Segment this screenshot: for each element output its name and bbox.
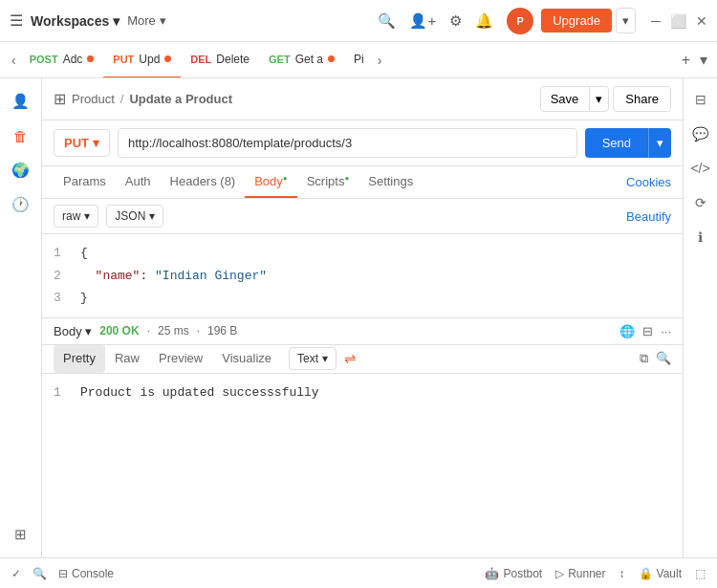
sidebar-env-icon[interactable]: 🌍 xyxy=(6,155,36,185)
status-badge: 200 OK xyxy=(99,324,139,338)
tab-pi-label: Pi xyxy=(354,53,364,66)
add-user-icon[interactable]: 👤+ xyxy=(409,12,436,30)
right-code-icon[interactable]: </> xyxy=(687,155,714,182)
save-dropdown-button[interactable]: ▾ xyxy=(589,87,608,111)
top-bar: ☰ Workspaces ▾ More ▾ 🔍 👤+ ⚙ 🔔 P Upgrade… xyxy=(0,0,717,42)
method-post-label: POST xyxy=(30,54,58,65)
tab-body-label: Body xyxy=(254,174,283,188)
response-header: Body ▾ 200 OK · 25 ms · 196 B 🌐 ⊟ ··· xyxy=(42,318,683,345)
tab-scripts[interactable]: Scripts● xyxy=(297,166,359,198)
vault-label: Vault xyxy=(657,567,682,580)
response-body-text: Body xyxy=(54,324,82,338)
postbot-button[interactable]: 🤖 Postbot xyxy=(485,567,542,580)
tab-settings[interactable]: Settings xyxy=(358,166,423,198)
vault-icon: 🔒 xyxy=(639,567,653,580)
cookies-button[interactable]: Cookies xyxy=(626,167,671,197)
search-response-icon[interactable]: 🔍 xyxy=(656,351,671,366)
resp-tab-pretty[interactable]: Pretty xyxy=(54,345,105,373)
tab-post-dot xyxy=(87,55,94,62)
layout-bottom-button[interactable]: ⬚ xyxy=(695,567,706,580)
method-select[interactable]: PUT ▾ xyxy=(54,129,110,157)
tab-prev-button[interactable]: ‹ xyxy=(8,53,20,68)
sidebar-grid-icon[interactable]: ⊞ xyxy=(6,519,36,550)
tab-put[interactable]: PUT Upd xyxy=(103,42,181,78)
raw-select[interactable]: raw ▾ xyxy=(54,205,98,228)
tab-del[interactable]: DEL Delete xyxy=(181,42,259,78)
copy-icon[interactable]: ⧉ xyxy=(640,351,648,366)
response-body-chevron[interactable]: ▾ xyxy=(85,324,92,338)
workspace-button[interactable]: Workspaces ▾ xyxy=(31,13,120,29)
sync-button[interactable]: ↕ xyxy=(619,567,625,580)
close-button[interactable]: ✕ xyxy=(696,13,707,29)
layout-icon[interactable]: ⊟ xyxy=(642,324,653,338)
right-refresh-icon[interactable]: ⟳ xyxy=(687,189,714,216)
method-get-label: GET xyxy=(269,54,291,65)
request-header: ⊞ Product / Update a Product Save ▾ Shar… xyxy=(42,78,683,120)
resp-tab-visualize[interactable]: Visualize xyxy=(212,345,281,373)
tab-get[interactable]: GET Get a xyxy=(259,42,344,78)
more-icon[interactable]: ··· xyxy=(661,324,671,338)
resp-tab-raw[interactable]: Raw xyxy=(105,345,149,373)
upgrade-button[interactable]: Upgrade xyxy=(541,9,612,33)
response-line-1: 1 Product is updated successsfully xyxy=(54,381,671,403)
bell-icon[interactable]: 🔔 xyxy=(475,12,493,30)
bottom-bar: ✓ 🔍 ⊟ Console 🤖 Postbot ▷ Runner ↕ 🔒 Vau… xyxy=(0,557,717,588)
response-icons: 🌐 ⊟ ··· xyxy=(619,324,671,338)
save-main-button[interactable]: Save xyxy=(541,87,589,111)
tab-add-button[interactable]: + xyxy=(680,50,692,71)
workspace-chevron: ▾ xyxy=(113,13,120,29)
json-select[interactable]: JSON ▾ xyxy=(106,205,163,228)
search-icon[interactable]: 🔍 xyxy=(378,12,396,30)
settings-icon[interactable]: ⚙ xyxy=(449,12,462,30)
url-bar: PUT ▾ Send ▾ xyxy=(42,120,683,166)
share-button[interactable]: Share xyxy=(613,86,671,112)
resp-tab-preview[interactable]: Preview xyxy=(149,345,212,373)
sidebar-history-icon[interactable]: 🕐 xyxy=(6,189,36,220)
beautify-button[interactable]: Beautify xyxy=(626,209,671,224)
sidebar-person-icon[interactable]: 👤 xyxy=(6,86,36,117)
method-chevron: ▾ xyxy=(93,136,99,150)
avatar[interactable]: P xyxy=(507,8,533,34)
filter-icon[interactable]: ⇌ xyxy=(344,350,357,367)
sidebar-collection-icon[interactable]: 🗑 xyxy=(6,120,36,151)
menu-icon[interactable]: ☰ xyxy=(10,11,23,30)
more-chevron: ▾ xyxy=(160,13,166,28)
tab-dropdown-button[interactable]: ▾ xyxy=(698,49,709,71)
more-button[interactable]: More ▾ xyxy=(127,13,166,28)
text-chevron: ▾ xyxy=(322,352,328,365)
globe-icon[interactable]: 🌐 xyxy=(619,324,635,338)
breadcrumb: ⊞ Product / Update a Product xyxy=(54,90,532,108)
url-input[interactable] xyxy=(118,128,577,158)
left-sidebar: 👤 🗑 🌍 🕐 ⊞ xyxy=(0,78,42,557)
maximize-button[interactable]: ⬜ xyxy=(670,13,686,29)
send-main-button[interactable]: Send xyxy=(585,128,648,158)
code-editor[interactable]: 1 { 2 "name": "Indian Ginger" 3 } xyxy=(42,234,683,316)
tab-post[interactable]: POST Adc xyxy=(20,42,104,78)
upgrade-dropdown[interactable]: ▾ xyxy=(616,8,636,33)
tab-params[interactable]: Params xyxy=(54,166,116,198)
resp-line-num: 1 xyxy=(54,381,69,403)
tab-pi[interactable]: Pi xyxy=(344,42,374,78)
right-comment-icon[interactable]: 💬 xyxy=(687,120,714,147)
console-button[interactable]: ⊟ Console xyxy=(58,567,114,580)
tab-scripts-label: Scripts xyxy=(307,174,345,188)
right-table-icon[interactable]: ⊟ xyxy=(687,86,714,113)
tab-auth[interactable]: Auth xyxy=(116,166,161,198)
send-dropdown-button[interactable]: ▾ xyxy=(648,128,671,158)
runner-button[interactable]: ▷ Runner xyxy=(555,567,605,580)
minimize-button[interactable]: ─ xyxy=(651,13,661,29)
tab-actions: + ▾ xyxy=(680,49,709,71)
right-info-icon[interactable]: ℹ xyxy=(687,224,714,250)
tab-body[interactable]: Body● xyxy=(245,166,296,198)
vault-button[interactable]: 🔒 Vault xyxy=(639,567,682,580)
tab-headers[interactable]: Headers (8) xyxy=(161,166,246,198)
search-bottom-button[interactable]: 🔍 xyxy=(33,567,47,580)
tab-del-label: Delete xyxy=(216,53,250,66)
tab-put-dot xyxy=(164,55,171,62)
response-separator-1: · xyxy=(147,324,150,338)
breadcrumb-separator: / xyxy=(120,92,124,106)
response-time: 25 ms xyxy=(158,324,189,338)
text-select[interactable]: Text ▾ xyxy=(289,347,337,370)
response-area: Body ▾ 200 OK · 25 ms · 196 B 🌐 ⊟ ··· Pr… xyxy=(42,317,683,558)
tab-next-button[interactable]: › xyxy=(374,53,386,68)
